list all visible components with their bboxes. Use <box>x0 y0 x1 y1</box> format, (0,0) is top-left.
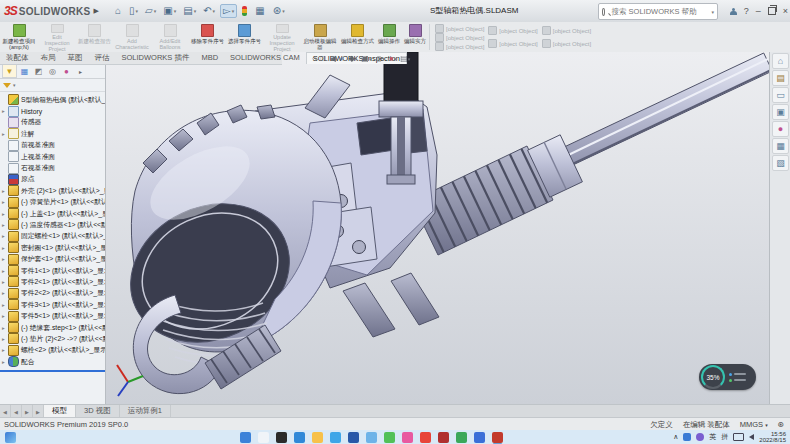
tree-item[interactable]: ▸ (-) 温度传感器<1> (默认<<默认>_ <box>0 219 105 230</box>
configurationmanager-tab-icon[interactable]: ▦ <box>18 65 31 77</box>
file-properties-icon[interactable]: ▦ <box>253 5 267 17</box>
tree-item[interactable]: ▸ 外壳 (2)<1> (默认<<默认>_显示状 <box>0 185 105 196</box>
export-menu-item[interactable]: [object Object] <box>435 33 484 42</box>
search-icon[interactable] <box>258 432 269 443</box>
tree-item[interactable]: ▸ 上视基准面 <box>0 151 105 162</box>
open-icon[interactable]: ▱ ▾ <box>143 5 158 17</box>
tree-item[interactable]: ▸ 前视基准面 <box>0 140 105 151</box>
tree-item[interactable]: ▸ History <box>0 105 105 116</box>
tree-item[interactable]: ▸ 注解 <box>0 128 105 139</box>
tree-item[interactable]: ▸ 零件5<1> (默认<<默认>_显示状态 <box>0 310 105 321</box>
view-settings-icon[interactable]: ▤▾ <box>400 54 410 63</box>
mail-icon[interactable] <box>330 432 341 443</box>
restore-button[interactable] <box>768 7 776 15</box>
solidworks-taskbar-icon[interactable] <box>492 432 503 443</box>
view-orientation-icon[interactable]: ◆▾ <box>349 54 358 63</box>
status-gear-icon[interactable]: ⊛ <box>778 420 784 429</box>
ime-language-indicator[interactable]: 英 <box>709 432 716 442</box>
notes-icon[interactable] <box>456 432 467 443</box>
ribbon-button[interactable]: Edit Inspection Project <box>38 22 76 52</box>
sign-in-icon[interactable] <box>730 8 737 15</box>
tree-item[interactable]: ▸ 零件2<2> (默认<<默认>_显示状态 <box>0 288 105 299</box>
ribbon-tab[interactable]: 装配体 <box>0 52 35 64</box>
search-caret-icon[interactable]: ▾ <box>711 9 714 15</box>
tree-filter[interactable]: ▾ <box>0 79 105 92</box>
edge-icon[interactable] <box>294 432 305 443</box>
new-document-icon[interactable]: ▯ ▾ <box>127 5 140 17</box>
section-view-icon[interactable]: ◐ <box>340 54 345 63</box>
dimxpert-tab-icon[interactable]: ◎ <box>46 65 59 77</box>
widgets-icon[interactable] <box>5 432 16 443</box>
file-explorer-icon[interactable] <box>312 432 323 443</box>
export-menu-item[interactable]: [object Object] <box>542 26 591 35</box>
zoom-fit-icon[interactable]: ○ <box>312 54 317 63</box>
view-palette-tab-icon[interactable]: ▣ <box>772 104 789 120</box>
onedrive-icon[interactable] <box>366 432 377 443</box>
export-menu-item[interactable]: [object Object] <box>435 42 484 51</box>
ime-mode-indicator[interactable]: 拼 <box>721 432 728 442</box>
recorder-overlay[interactable]: 35% <box>699 364 756 390</box>
previous-view-icon[interactable]: ◀ <box>330 54 336 63</box>
logo-flyout-arrow[interactable]: ▶ <box>94 7 99 15</box>
export-menu-item[interactable]: [object Object] <box>488 26 537 35</box>
color-wheel-icon[interactable] <box>402 432 413 443</box>
custom-properties-tab-icon[interactable]: ▦ <box>772 138 789 154</box>
graphics-area[interactable] <box>105 52 769 404</box>
ribbon-button[interactable]: 新建检查报告 <box>76 22 113 52</box>
undo-icon[interactable]: ↶ ▾ <box>201 5 217 17</box>
ribbon-button[interactable]: 移除零件序号 <box>189 22 226 52</box>
ribbon-button[interactable]: Update Inspection Project <box>263 22 301 52</box>
tree-item[interactable]: ▸ 螺栓<2> (默认<<默认>_显示状态 <box>0 345 105 356</box>
tree-item[interactable]: ▸ (-) 绝缘套.step<1> (默认<<默认> <box>0 322 105 333</box>
displaymanager-tab-icon[interactable]: ◩ <box>32 65 45 77</box>
tree-item[interactable]: ▸ 右视基准面 <box>0 162 105 173</box>
tree-item[interactable]: ▸ 零件2<1> (默认<<默认>_显示状态 <box>0 276 105 287</box>
tree-item[interactable]: ▸ (-) 弹簧垫片<1> (默认<<默认>_显 <box>0 197 105 208</box>
help-search-box[interactable]: ▾ <box>598 3 718 20</box>
start-icon[interactable] <box>240 432 251 443</box>
tree-item[interactable]: ▸ 零件3<1> (默认<<默认>_显示状态 <box>0 299 105 310</box>
ribbon-button[interactable]: Add/Edit Balloons <box>151 22 189 52</box>
featuremanager-tab-icon[interactable]: ▼ <box>2 64 17 78</box>
cast-icon[interactable] <box>733 433 744 441</box>
print-icon[interactable]: ▤ ▾ <box>181 5 198 17</box>
taskbar-clock[interactable]: 15:562022/8/15 <box>759 431 786 444</box>
ribbon-button[interactable]: 编辑检查方式 <box>339 22 376 52</box>
export-menu-item[interactable]: [object Object] <box>542 39 591 48</box>
ribbon-button[interactable]: 编辑实方 <box>402 22 428 52</box>
ribbon-tab[interactable]: 布局 <box>35 52 62 64</box>
task-view-icon[interactable] <box>276 432 287 443</box>
minimize-button[interactable]: – <box>756 6 761 16</box>
forum-tab-icon[interactable]: ▧ <box>772 155 789 171</box>
display-style-icon[interactable]: ▣▾ <box>361 54 371 63</box>
tree-item[interactable]: ▸ 配合 <box>0 356 105 367</box>
appearance-tab-icon[interactable]: ● <box>60 65 73 77</box>
resources-tab-icon[interactable]: ⌂ <box>772 53 789 69</box>
ribbon-tab[interactable]: SOLIDWORKS CAM <box>224 52 306 64</box>
wechat-icon[interactable] <box>384 432 395 443</box>
units-selector[interactable]: MMGS ▾ <box>740 420 768 429</box>
volume-icon[interactable] <box>749 434 754 440</box>
options-icon[interactable]: ⊛ ▾ <box>271 5 287 17</box>
tray-onedrive-icon[interactable] <box>683 433 691 441</box>
home-icon[interactable]: ⌂ <box>113 5 124 17</box>
zoom-area-icon[interactable]: □ <box>321 54 326 63</box>
panel-chevron-icon[interactable]: ▸ <box>74 65 87 77</box>
ribbon-button[interactable]: Add Characteristic <box>113 22 151 52</box>
rebuild-icon[interactable]: ▮ <box>240 5 250 17</box>
ribbon-tab[interactable]: SOLIDWORKS 插件 <box>116 52 196 64</box>
ribbon-button[interactable]: 编辑操作 <box>376 22 402 52</box>
search-input[interactable] <box>608 7 711 16</box>
ribbon-tab[interactable]: 评估 <box>89 52 116 64</box>
tree-item[interactable]: ▸ 密封圈<1> (默认<<默认>_显示状 <box>0 242 105 253</box>
ribbon-button[interactable]: 启动模板编辑器 <box>301 22 339 52</box>
tray-chevron-icon[interactable]: ∧ <box>673 433 678 441</box>
design-library-tab-icon[interactable]: ▤ <box>772 70 789 86</box>
tree-item[interactable]: ▸ (-) 垫片 (2)<2> ->? (默认<<默认> <box>0 333 105 344</box>
tree-item[interactable]: ▸ 固定螺栓<1> (默认<<默认>_显示 <box>0 231 105 242</box>
close-button[interactable]: × <box>783 6 788 16</box>
select-icon[interactable]: ▻ ▾ <box>220 4 237 18</box>
photos-icon[interactable] <box>348 432 359 443</box>
appearances-tab-icon[interactable]: ● <box>772 121 789 137</box>
ribbon-tab[interactable]: MBD <box>195 52 224 64</box>
